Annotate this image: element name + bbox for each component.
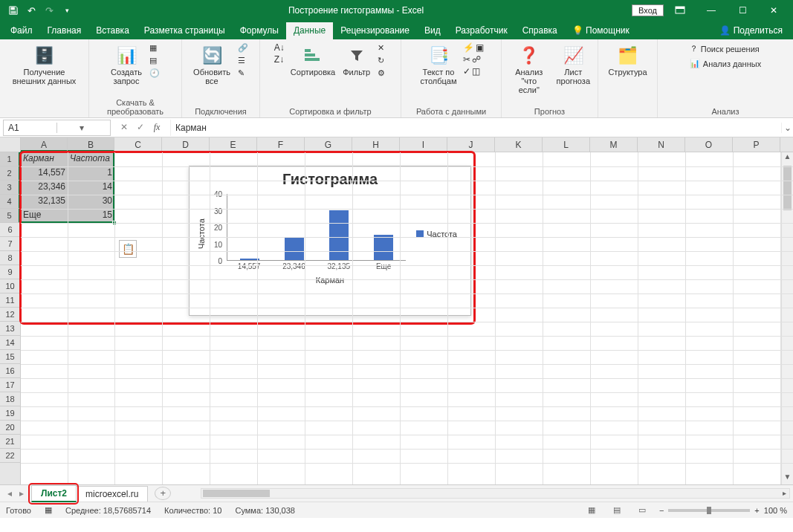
- redo-icon[interactable]: ↷: [42, 3, 56, 18]
- zoom-control[interactable]: − + 100 %: [659, 506, 787, 515]
- column-header-F[interactable]: F: [257, 137, 305, 152]
- column-header-O[interactable]: O: [685, 137, 733, 152]
- consolidate-icon[interactable]: ▣: [476, 42, 484, 53]
- row-header-16[interactable]: 16: [0, 364, 20, 378]
- maximize-icon[interactable]: ☐: [728, 0, 757, 21]
- cell-B1[interactable]: Частота: [68, 152, 114, 166]
- zoom-slider[interactable]: [668, 509, 750, 512]
- remove-dup-icon[interactable]: ✂: [463, 54, 470, 65]
- scroll-down-icon[interactable]: ▼: [782, 473, 793, 484]
- row-header-20[interactable]: 20: [0, 421, 20, 435]
- enter-formula-icon[interactable]: ✓: [135, 122, 146, 133]
- qat-customize-icon[interactable]: ▾: [59, 3, 74, 18]
- flash-fill-icon[interactable]: ⚡: [463, 42, 474, 53]
- row-header-18[interactable]: 18: [0, 392, 20, 406]
- tab-share[interactable]: 👤 Поделиться: [712, 22, 790, 39]
- from-table-button[interactable]: ▤: [148, 55, 161, 66]
- sort-az-icon[interactable]: A↓: [274, 42, 285, 53]
- column-header-M[interactable]: M: [590, 137, 638, 152]
- sheet-nav-next-icon[interactable]: ▸: [16, 488, 27, 499]
- row-header-14[interactable]: 14: [0, 336, 20, 350]
- relationships-icon[interactable]: ☍: [472, 54, 481, 65]
- refresh-all-button[interactable]: 🔄 Обновить все: [192, 42, 232, 87]
- close-icon[interactable]: ✕: [759, 0, 789, 21]
- zoom-in-icon[interactable]: +: [754, 506, 759, 515]
- row-header-7[interactable]: 7: [0, 237, 20, 251]
- column-header-B[interactable]: B: [68, 137, 114, 152]
- cell-B3[interactable]: 14: [68, 181, 114, 195]
- tab-insert[interactable]: Вставка: [88, 22, 137, 39]
- recent-sources-button[interactable]: 🕘: [148, 68, 161, 79]
- cell-B5[interactable]: 15: [68, 209, 114, 223]
- data-analysis-button[interactable]: 📊Анализ данных: [688, 58, 763, 69]
- paste-options-button[interactable]: 📋: [119, 240, 137, 258]
- row-header-21[interactable]: 21: [0, 435, 20, 449]
- undo-icon[interactable]: ↶: [24, 3, 39, 18]
- manage-model-icon[interactable]: ◫: [472, 66, 480, 77]
- cancel-formula-icon[interactable]: ✕: [118, 122, 130, 133]
- view-page-break-icon[interactable]: ▭: [634, 504, 650, 517]
- row-header-3[interactable]: 3: [0, 181, 20, 195]
- cell-A4[interactable]: 32,135: [21, 195, 68, 209]
- outline-button[interactable]: 🗂️ Структура: [606, 42, 648, 78]
- row-header-22[interactable]: 22: [0, 449, 20, 463]
- sort-button[interactable]: Сортировка: [289, 42, 337, 78]
- show-queries-button[interactable]: ▦: [148, 42, 161, 53]
- formula-input[interactable]: Карман: [170, 120, 781, 136]
- select-all-triangle[interactable]: [0, 137, 21, 152]
- row-header-4[interactable]: 4: [0, 195, 20, 209]
- clear-filter-button[interactable]: ✕: [376, 42, 386, 53]
- column-header-I[interactable]: I: [400, 137, 447, 152]
- column-header-K[interactable]: K: [495, 137, 543, 152]
- column-header-G[interactable]: G: [305, 137, 352, 152]
- view-normal-icon[interactable]: ▦: [583, 504, 600, 517]
- column-header-D[interactable]: D: [162, 137, 210, 152]
- save-icon[interactable]: [6, 3, 21, 18]
- row-header-19[interactable]: 19: [0, 406, 20, 421]
- text-to-columns-button[interactable]: 📑 Текст по столбцам: [419, 42, 459, 87]
- new-query-button[interactable]: 📊 Создать запрос: [109, 42, 143, 87]
- formula-bar-expand-icon[interactable]: ⌄: [781, 123, 793, 133]
- row-header-8[interactable]: 8: [0, 251, 20, 265]
- spreadsheet-grid[interactable]: 12345678910111213141516171819202122 📋 Ги…: [0, 152, 793, 484]
- scroll-thumb-vertical[interactable]: [783, 166, 792, 210]
- row-header-9[interactable]: 9: [0, 265, 20, 279]
- cell-A3[interactable]: 23,346: [21, 181, 68, 195]
- scroll-up-icon[interactable]: ▲: [782, 152, 793, 164]
- column-header-E[interactable]: E: [210, 137, 257, 152]
- row-header-17[interactable]: 17: [0, 378, 20, 392]
- advanced-button[interactable]: ⚙: [376, 68, 386, 79]
- tab-developer[interactable]: Разработчик: [448, 22, 515, 39]
- sheet-nav[interactable]: ◂ ▸: [0, 488, 31, 499]
- fx-icon[interactable]: fx: [151, 122, 163, 133]
- cell-A1[interactable]: Карман: [21, 152, 68, 166]
- column-header-A[interactable]: A: [21, 137, 68, 152]
- view-page-layout-icon[interactable]: ▤: [609, 504, 625, 517]
- cell-B2[interactable]: 1: [68, 166, 114, 181]
- row-header-5[interactable]: 5: [0, 209, 20, 223]
- properties-button[interactable]: ☰: [236, 55, 250, 66]
- column-header-L[interactable]: L: [543, 137, 590, 152]
- row-header-2[interactable]: 2: [0, 166, 20, 181]
- filter-button[interactable]: Фильтр: [341, 42, 372, 78]
- forecast-sheet-button[interactable]: 📈 Лист прогноза: [555, 42, 592, 87]
- column-header-C[interactable]: C: [114, 137, 162, 152]
- sheet-tab-other[interactable]: microexcel.ru: [76, 486, 148, 502]
- sheet-tab-active[interactable]: Лист2: [31, 485, 77, 502]
- zoom-out-icon[interactable]: −: [659, 506, 664, 515]
- column-header-J[interactable]: J: [447, 137, 495, 152]
- name-box-dropdown-icon[interactable]: ▾: [56, 123, 106, 133]
- row-header-6[interactable]: 6: [0, 223, 20, 237]
- horizontal-scrollbar[interactable]: ◂ ▸: [201, 488, 790, 499]
- name-box[interactable]: A1 ▾: [3, 120, 111, 136]
- reapply-button[interactable]: ↻: [376, 55, 386, 66]
- ribbon-display-icon[interactable]: [665, 0, 695, 21]
- row-header-11[interactable]: 11: [0, 293, 20, 308]
- tab-help[interactable]: Справка: [515, 22, 565, 39]
- cell-A2[interactable]: 14,557: [21, 166, 68, 181]
- row-header-13[interactable]: 13: [0, 322, 20, 336]
- solver-button[interactable]: ？Поиск решения: [688, 42, 761, 55]
- row-header-1[interactable]: 1: [0, 152, 20, 166]
- cell-A5[interactable]: Еще: [21, 209, 68, 223]
- scroll-thumb-horizontal[interactable]: [203, 490, 270, 497]
